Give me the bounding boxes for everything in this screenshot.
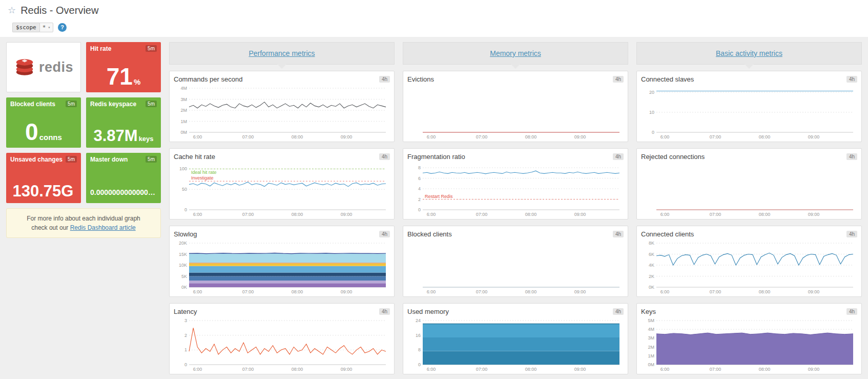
svg-text:100: 100 bbox=[179, 166, 187, 171]
svg-text:08:00: 08:00 bbox=[292, 367, 303, 372]
svg-text:3M: 3M bbox=[180, 97, 187, 102]
svg-text:8K: 8K bbox=[649, 241, 654, 246]
app-header: ☆ Redis - Overview bbox=[0, 0, 868, 21]
column-header-performance-metrics: Performance metrics bbox=[169, 42, 395, 65]
tile-unsaved-changes: Unsaved changes 5m 130.75G bbox=[6, 153, 81, 203]
svg-text:2: 2 bbox=[184, 333, 187, 338]
chart-canvas[interactable]: 0K5K10K15K20K6:0007:0008:0009:00 bbox=[174, 239, 390, 295]
svg-text:09:00: 09:00 bbox=[808, 134, 820, 139]
scope-label: $scope bbox=[12, 23, 39, 32]
tile-label: Blocked clients bbox=[10, 101, 55, 108]
svg-text:0: 0 bbox=[184, 362, 187, 367]
timeframe-badge: 4h bbox=[613, 308, 624, 315]
favorite-star-icon[interactable]: ☆ bbox=[8, 5, 16, 16]
svg-text:Investigate: Investigate bbox=[191, 175, 214, 181]
svg-text:07:00: 07:00 bbox=[476, 367, 488, 372]
chart-canvas[interactable]: 0816246:0007:0008:0009:00 bbox=[407, 316, 624, 373]
toolbar: $scope * ▾ ? bbox=[0, 21, 868, 37]
graph-card-fragmentation-ratio: Fragmentation ratio 4h 02468Restart Redi… bbox=[403, 148, 628, 220]
svg-text:08:00: 08:00 bbox=[759, 289, 771, 294]
svg-text:3M: 3M bbox=[648, 335, 654, 341]
svg-text:6:00: 6:00 bbox=[660, 212, 670, 217]
chart-canvas[interactable]: 6:0007:0008:0009:00 bbox=[407, 84, 624, 141]
svg-text:08:00: 08:00 bbox=[759, 367, 771, 372]
note-line1: For more info about each individual grap… bbox=[27, 215, 140, 222]
chart-canvas[interactable]: 6:0007:0008:0009:00 bbox=[641, 162, 857, 218]
tile-label: Unsaved changes bbox=[10, 156, 63, 163]
svg-text:09:00: 09:00 bbox=[341, 289, 353, 294]
timeframe-badge: 4h bbox=[379, 153, 390, 160]
svg-text:09:00: 09:00 bbox=[341, 367, 353, 372]
graph-title: Rejected connections bbox=[641, 153, 705, 161]
chart-canvas[interactable]: 6:0007:0008:0009:00 bbox=[407, 239, 624, 295]
svg-text:6:00: 6:00 bbox=[193, 367, 202, 372]
timeframe-badge: 4h bbox=[846, 231, 857, 237]
scope-select[interactable]: * ▾ bbox=[39, 23, 53, 32]
svg-text:0: 0 bbox=[418, 362, 421, 367]
chart-canvas[interactable]: 0M1M2M3M4M5M6:0007:0008:0009:00 bbox=[641, 316, 857, 373]
chart-canvas[interactable]: 01236:0007:0008:0009:00 bbox=[174, 316, 390, 373]
svg-text:5K: 5K bbox=[181, 274, 187, 279]
svg-text:4M: 4M bbox=[648, 327, 654, 332]
svg-text:0K: 0K bbox=[649, 285, 654, 290]
svg-text:6:00: 6:00 bbox=[427, 212, 436, 217]
svg-text:09:00: 09:00 bbox=[808, 212, 820, 217]
column-link-basic-activity-metrics[interactable]: Basic activity metrics bbox=[716, 49, 782, 57]
chart-canvas[interactable]: 0K2K4K6K8K6:0007:0008:0009:00 bbox=[641, 239, 857, 295]
svg-text:08:00: 08:00 bbox=[292, 212, 303, 217]
chart-canvas[interactable]: 02468Restart Redis6:0007:0008:0009:00 bbox=[407, 162, 624, 218]
tile-blocked-clients: Blocked clients 5m 0conns bbox=[6, 97, 81, 148]
redis-logo-icon bbox=[14, 56, 35, 78]
svg-text:0: 0 bbox=[418, 207, 421, 212]
svg-text:6K: 6K bbox=[649, 252, 654, 257]
timeframe-badge: 4h bbox=[379, 76, 390, 83]
svg-text:4M: 4M bbox=[180, 86, 187, 91]
graph-title: Cache hit rate bbox=[174, 153, 215, 161]
svg-text:09:00: 09:00 bbox=[574, 289, 586, 294]
svg-text:08:00: 08:00 bbox=[292, 289, 303, 294]
chart-canvas[interactable]: 0M1M2M3M4M6:0007:0008:0009:00 bbox=[174, 84, 390, 141]
column-header-basic-activity-metrics: Basic activity metrics bbox=[636, 42, 862, 65]
svg-text:10K: 10K bbox=[179, 263, 187, 268]
column-link-performance-metrics[interactable]: Performance metrics bbox=[249, 49, 315, 57]
chart-canvas[interactable]: 050100Ideal hit rateInvestigate6:0007:00… bbox=[174, 162, 390, 218]
svg-text:08:00: 08:00 bbox=[759, 212, 771, 217]
svg-text:8: 8 bbox=[418, 347, 421, 352]
svg-text:3: 3 bbox=[184, 318, 187, 323]
timeframe-badge: 4h bbox=[613, 153, 624, 160]
svg-text:09:00: 09:00 bbox=[341, 134, 353, 139]
graph-title: Commands per second bbox=[174, 75, 242, 83]
timeframe-badge: 5m bbox=[66, 101, 77, 107]
graph-column: Memory metrics Evictions 4h 6:0007:0008:… bbox=[403, 42, 628, 374]
svg-text:Ideal hit rate: Ideal hit rate bbox=[191, 170, 217, 175]
tile-value: 3.87Mkeys bbox=[90, 128, 157, 144]
svg-text:16: 16 bbox=[416, 333, 421, 338]
tile-value: 71% bbox=[90, 65, 157, 88]
graph-card-rejected-connections: Rejected connections 4h 6:0007:0008:0009… bbox=[636, 148, 862, 220]
graph-card-connected-slaves: Connected slaves 4h 010206:0007:0008:000… bbox=[636, 71, 862, 142]
svg-text:20: 20 bbox=[649, 90, 654, 95]
svg-text:6: 6 bbox=[418, 176, 421, 181]
column-link-memory-metrics[interactable]: Memory metrics bbox=[490, 49, 541, 57]
timeframe-badge: 4h bbox=[379, 308, 390, 315]
svg-text:07:00: 07:00 bbox=[476, 212, 488, 217]
svg-text:5M: 5M bbox=[648, 318, 654, 323]
redis-dashboard-article-link[interactable]: Redis Dashboard article bbox=[70, 224, 136, 231]
graph-title: Evictions bbox=[407, 75, 434, 83]
dashboard: redis Hit rate 5m 71% Blocked clients 5m… bbox=[0, 37, 868, 379]
svg-text:08:00: 08:00 bbox=[292, 134, 303, 139]
svg-text:07:00: 07:00 bbox=[242, 289, 254, 294]
svg-text:07:00: 07:00 bbox=[476, 134, 488, 139]
tile-label: Hit rate bbox=[90, 45, 111, 52]
svg-text:09:00: 09:00 bbox=[808, 367, 820, 372]
note-line2: check out our bbox=[31, 224, 68, 231]
graph-title: Blocked clients bbox=[407, 230, 452, 238]
chart-canvas[interactable]: 010206:0007:0008:0009:00 bbox=[641, 84, 857, 141]
graphs-list: Connected slaves 4h 010206:0007:0008:000… bbox=[636, 71, 862, 374]
svg-text:1M: 1M bbox=[648, 353, 654, 358]
help-icon[interactable]: ? bbox=[58, 23, 67, 32]
tile-grid: redis Hit rate 5m 71% Blocked clients 5m… bbox=[6, 42, 161, 203]
svg-text:50: 50 bbox=[182, 187, 187, 192]
svg-text:6:00: 6:00 bbox=[427, 134, 436, 139]
svg-text:0: 0 bbox=[652, 130, 654, 135]
